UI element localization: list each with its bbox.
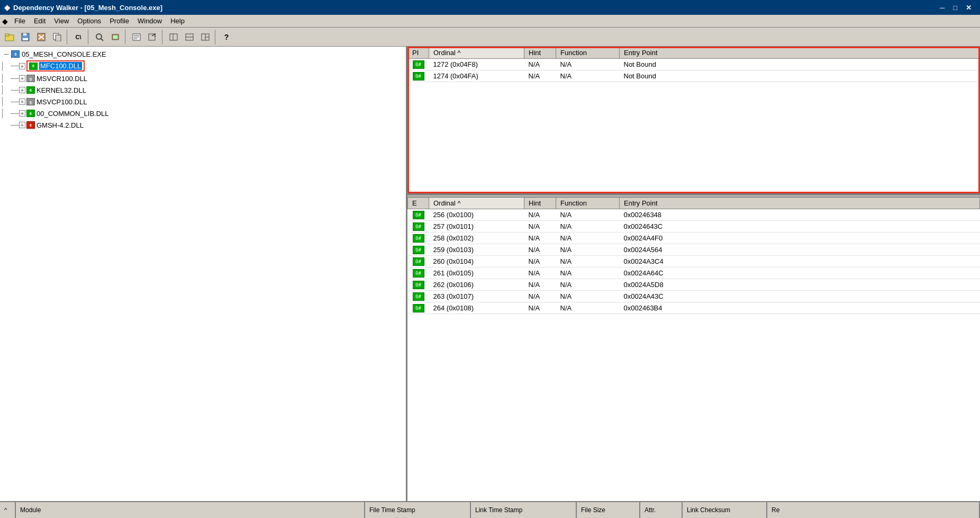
external-button[interactable] <box>145 30 160 44</box>
msvcr100-expander[interactable]: + <box>19 75 25 82</box>
vline1 <box>2 61 11 71</box>
msvcp100-label[interactable]: MSVCP100.DLL <box>37 98 87 106</box>
open-button[interactable] <box>2 30 17 44</box>
tree-item-msvcr100[interactable]: + g MSVCR100.DLL <box>2 73 404 84</box>
export-entrypoint-2: 0x0024A4F0 <box>620 233 980 244</box>
split-button[interactable] <box>182 30 197 44</box>
export-entrypoint-6: 0x0024A5D8 <box>620 279 980 291</box>
root-label[interactable]: 05_MESH_CONSOLE.EXE <box>22 50 106 58</box>
export-hint-8: N/A <box>524 302 556 314</box>
export-row-1[interactable]: 0# 257 (0x0101) N/A N/A 0x0024643C <box>408 221 980 233</box>
menu-view[interactable]: View <box>50 16 73 26</box>
menu-profile[interactable]: Profile <box>105 16 133 26</box>
import-col-hint[interactable]: Hint <box>524 47 556 59</box>
svg-point-10 <box>96 34 102 39</box>
export-row-0[interactable]: 0# 256 (0x0100) N/A N/A 0x00246348 <box>408 209 980 221</box>
gmsh-expander[interactable]: + <box>19 122 25 128</box>
dependency-tree-panel[interactable]: ─ 6 05_MESH_CONSOLE.EXE + 6 <box>0 47 407 501</box>
main-content: ─ 6 05_MESH_CONSOLE.EXE + 6 <box>0 47 980 501</box>
tree-item-commonlib[interactable]: + 6 00_COMMON_LIB.DLL <box>2 108 404 119</box>
export-row-2[interactable]: 0# 258 (0x0102) N/A N/A 0x0024A4F0 <box>408 233 980 244</box>
export-function-2: N/A <box>556 233 620 244</box>
msvcr100-label[interactable]: MSVCR100.DLL <box>37 75 87 83</box>
export-entrypoint-7: 0x0024A43C <box>620 291 980 302</box>
gmsh-label[interactable]: GMSH-4.2.DLL <box>37 121 84 129</box>
menu-help[interactable]: Help <box>166 16 189 26</box>
export-row-8[interactable]: 0# 264 (0x0108) N/A N/A 0x002463B4 <box>408 302 980 314</box>
hline5 <box>11 113 19 114</box>
status-link-time-stamp: Link Time Stamp <box>471 502 577 518</box>
export-hint-1: N/A <box>524 221 556 233</box>
sep4 <box>162 30 164 44</box>
export-col-e[interactable]: E <box>408 198 429 209</box>
save-button[interactable] <box>18 30 33 44</box>
status-link-checksum: Link Checksum <box>683 502 767 518</box>
columns-button[interactable] <box>166 30 181 44</box>
hline6 <box>11 125 19 126</box>
e-icon-0: 0# <box>413 211 424 219</box>
import-function-1: N/A <box>556 70 620 82</box>
kernel32-label[interactable]: KERNEL32.DLL <box>37 86 86 94</box>
export-entrypoint-1: 0x0024643C <box>620 221 980 233</box>
sep1 <box>67 30 69 44</box>
export-hint-3: N/A <box>524 244 556 256</box>
tree-item-mfc100[interactable]: + 6 MFC100.DLL <box>2 59 404 73</box>
help-button[interactable]: ? <box>219 30 234 44</box>
export-entrypoint-0: 0x00246348 <box>620 209 980 221</box>
tree-root-row[interactable]: ─ 6 05_MESH_CONSOLE.EXE <box>2 49 404 59</box>
import-col-ordinal[interactable]: Ordinal ^ <box>429 47 524 59</box>
status-bar: ^ Module File Time Stamp Link Time Stamp… <box>0 501 980 518</box>
import-table-container: PI Ordinal ^ Hint Function Entry Point 0… <box>407 47 980 195</box>
import-col-entrypoint[interactable]: Entry Point <box>620 47 980 59</box>
tree-item-kernel32[interactable]: + 6 KERNEL32.DLL <box>2 84 404 96</box>
menu-options[interactable]: Options <box>73 16 105 26</box>
import-col-pi[interactable]: PI <box>408 47 429 59</box>
hline4 <box>11 102 19 102</box>
export-col-ordinal[interactable]: Ordinal ^ <box>429 198 524 209</box>
menu-bar: ◆ File Edit View Options Profile Window … <box>0 15 980 28</box>
minimize-btn[interactable]: ─ <box>936 4 949 12</box>
search-button[interactable] <box>92 30 107 44</box>
menu-edit[interactable]: Edit <box>30 16 50 26</box>
copy-button[interactable] <box>50 30 65 44</box>
mfc100-label[interactable]: MFC100.DLL <box>39 62 82 70</box>
export-col-function[interactable]: Function <box>556 198 620 209</box>
import-row-1[interactable]: 0# 1274 (0x04FA) N/A N/A Not Bound <box>408 70 980 82</box>
menu-file[interactable]: File <box>10 16 30 26</box>
export-row-6[interactable]: 0# 262 (0x0106) N/A N/A 0x0024A5D8 <box>408 279 980 291</box>
close-btn[interactable]: ✕ <box>961 4 976 12</box>
export-entrypoint-3: 0x0024A564 <box>620 244 980 256</box>
sep2 <box>88 30 90 44</box>
export-col-entrypoint[interactable]: Entry Point <box>620 198 980 209</box>
cpp-button[interactable]: C\ <box>71 30 86 44</box>
export-ordinal-0: 256 (0x0100) <box>429 209 524 221</box>
export-col-hint[interactable]: Hint <box>524 198 556 209</box>
export-row-3[interactable]: 0# 259 (0x0103) N/A N/A 0x0024A564 <box>408 244 980 256</box>
mfc100-expander[interactable]: + <box>19 63 25 69</box>
msvcp100-expander[interactable]: + <box>19 99 25 105</box>
settings-button[interactable] <box>108 30 123 44</box>
sep3 <box>125 30 127 44</box>
menu-window[interactable]: Window <box>133 16 166 26</box>
export-row-5[interactable]: 0# 261 (0x0105) N/A N/A 0x0024A64C <box>408 267 980 279</box>
export-hint-4: N/A <box>524 256 556 267</box>
root-expander[interactable]: ─ <box>2 50 11 58</box>
kernel32-expander[interactable]: + <box>19 87 25 93</box>
export-row-7[interactable]: 0# 263 (0x0107) N/A N/A 0x0024A43C <box>408 291 980 302</box>
import-row-0[interactable]: 0# 1272 (0x04F8) N/A N/A Not Bound <box>408 59 980 70</box>
commonlib-expander[interactable]: + <box>19 110 25 117</box>
toolbar: C\ ? <box>0 28 980 47</box>
panel-button[interactable] <box>198 30 213 44</box>
maximize-btn[interactable]: □ <box>949 4 961 12</box>
status-file-time-stamp: File Time Stamp <box>365 502 471 518</box>
close-file-button[interactable] <box>34 30 49 44</box>
status-sort-indicator: ^ <box>0 502 16 518</box>
tree-item-msvcp100[interactable]: + g MSVCP100.DLL <box>2 96 404 108</box>
import-col-function[interactable]: Function <box>556 47 620 59</box>
import-ordinal-0: 1272 (0x04F8) <box>429 59 524 70</box>
e-icon-6: 0# <box>413 281 424 289</box>
export-row-4[interactable]: 0# 260 (0x0104) N/A N/A 0x0024A3C4 <box>408 256 980 267</box>
commonlib-label[interactable]: 00_COMMON_LIB.DLL <box>37 110 109 118</box>
tree-item-gmsh[interactable]: + 6 GMSH-4.2.DLL <box>2 119 404 131</box>
properties-button[interactable] <box>129 30 144 44</box>
